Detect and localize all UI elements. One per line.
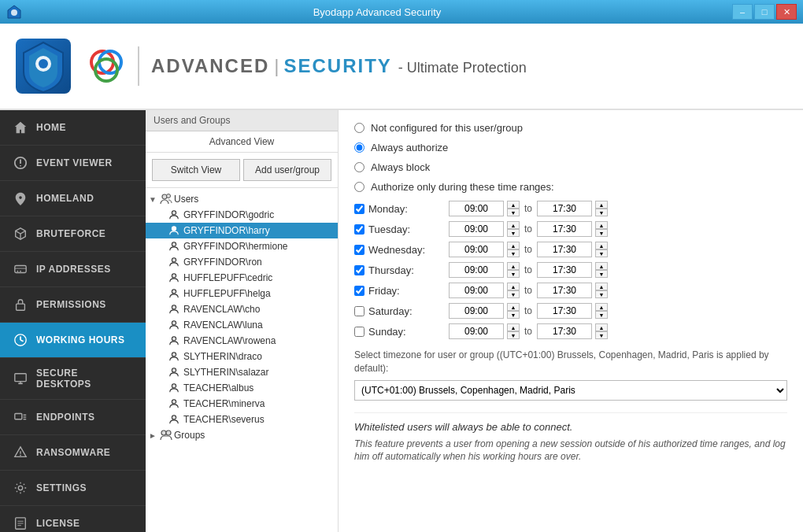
sidebar-item-settings[interactable]: SETTINGS [0,471,146,506]
time-from-down-thursday[interactable]: ▼ [507,270,520,278]
time-from-input-friday[interactable] [449,283,504,298]
day-checkbox-input-friday[interactable] [354,286,364,296]
sidebar-item-permissions[interactable]: PERMISSIONS [0,287,146,323]
radio-not-configured-label[interactable]: Not configured for this user/group [371,122,523,134]
tree-user-item[interactable]: HUFFLEPUFF\helga [146,286,338,301]
user-icon [168,366,180,379]
radio-always-authorize-input[interactable] [354,142,364,153]
switch-view-button[interactable]: Switch View [152,159,240,181]
time-to-input-sunday[interactable] [537,323,592,339]
tree-user-item[interactable]: TEACHER\severus [146,412,338,427]
time-from-input-tuesday[interactable] [449,221,504,237]
time-to-down-sunday[interactable]: ▼ [595,331,608,339]
tree-user-item[interactable]: RAVENCLAW\cho [146,301,338,317]
tree-user-item[interactable]: RAVENCLAW\rowena [146,333,338,349]
tree-user-label: GRYFFINDOR\ron [183,257,262,268]
time-from-input-saturday[interactable] [449,303,504,319]
time-to-up-thursday[interactable]: ▲ [595,262,608,270]
day-label-tuesday[interactable]: Tuesday: [368,224,439,235]
time-to-input-monday[interactable] [537,201,592,216]
sidebar-item-bruteforce[interactable]: BRUTEFORCE [0,216,146,252]
time-to-up-tuesday[interactable]: ▲ [595,221,608,229]
time-to-input-thursday[interactable] [537,262,592,278]
day-label-wednesday[interactable]: Wednesday: [368,244,439,256]
day-checkbox-input-monday[interactable] [354,204,364,214]
time-from-up-tuesday[interactable]: ▲ [507,221,520,229]
sidebar-item-ip-addresses[interactable]: IP ADDRESSES [0,252,146,287]
day-label-monday[interactable]: Monday: [368,203,439,215]
day-label-sunday[interactable]: Sunday: [368,326,439,338]
time-to-up-wednesday[interactable]: ▲ [595,242,608,249]
sidebar-item-event-viewer[interactable]: EVENT VIEWER [0,146,146,181]
sidebar-item-working-hours[interactable]: WORKING HOURS [0,323,146,358]
time-to-input-friday[interactable] [537,283,592,298]
tree-user-item[interactable]: GRYFFINDOR\godric [146,207,338,223]
time-from-down-friday[interactable]: ▼ [507,290,520,298]
time-from-up-thursday[interactable]: ▲ [507,262,520,270]
radio-time-ranges-label[interactable]: Authorize only during these time ranges: [371,181,554,193]
sidebar-item-ransomware[interactable]: RANSOMWARE [0,435,146,471]
minimize-button[interactable]: – [732,4,753,20]
day-checkbox-input-sunday[interactable] [354,327,364,337]
day-checkbox-input-saturday[interactable] [354,306,364,316]
day-checkbox-input-tuesday[interactable] [354,224,364,235]
tree-groups-root[interactable]: ► Groups [146,427,338,443]
day-label-saturday[interactable]: Saturday: [368,305,439,317]
time-from-input-thursday[interactable] [449,262,504,278]
time-to-down-monday[interactable]: ▼ [595,209,608,216]
sidebar-item-endpoints[interactable]: ENDPOINTS [0,400,146,435]
day-label-friday[interactable]: Friday: [368,285,439,297]
tree-user-item[interactable]: RAVENCLAW\luna [146,317,338,333]
day-checkbox-input-wednesday[interactable] [354,245,364,255]
time-to-up-sunday[interactable]: ▲ [595,323,608,331]
day-checkbox-input-thursday[interactable] [354,265,364,275]
tree-user-item[interactable]: TEACHER\minerva [146,396,338,412]
sidebar-item-secure-desktops[interactable]: SECURE DESKTOPS [0,358,146,400]
radio-not-configured-input[interactable] [354,123,364,133]
tree-user-item[interactable]: HUFFLEPUFF\cedric [146,270,338,286]
tree-user-item[interactable]: GRYFFINDOR\harry [146,223,338,238]
time-from-input-sunday[interactable] [449,323,504,339]
time-from-down-monday[interactable]: ▼ [507,209,520,216]
close-button[interactable]: ✕ [776,4,797,20]
time-from-up-saturday[interactable]: ▲ [507,303,520,311]
time-to-down-tuesday[interactable]: ▼ [595,229,608,237]
time-from-input-monday[interactable] [449,201,504,216]
time-to-down-saturday[interactable]: ▼ [595,311,608,319]
time-from-down-tuesday[interactable]: ▼ [507,229,520,237]
time-from-up-sunday[interactable]: ▲ [507,323,520,331]
maximize-button[interactable]: □ [754,4,775,20]
time-to-down-friday[interactable]: ▼ [595,290,608,298]
time-from-input-wednesday[interactable] [449,242,504,257]
radio-time-ranges-input[interactable] [354,182,364,192]
day-label-thursday[interactable]: Thursday: [368,264,439,276]
tree-users-root[interactable]: ▼ Users [146,191,338,207]
time-to-up-saturday[interactable]: ▲ [595,303,608,311]
time-to-input-wednesday[interactable] [537,242,592,257]
radio-always-block-label[interactable]: Always block [371,161,430,173]
time-to-up-monday[interactable]: ▲ [595,201,608,209]
time-to-input-tuesday[interactable] [537,221,592,237]
time-from-down-sunday[interactable]: ▼ [507,331,520,339]
time-from-up-monday[interactable]: ▲ [507,201,520,209]
tree-user-item[interactable]: TEACHER\albus [146,380,338,396]
time-from-down-saturday[interactable]: ▼ [507,311,520,319]
time-to-down-wednesday[interactable]: ▼ [595,249,608,257]
radio-always-authorize-label[interactable]: Always authorize [371,142,448,153]
tree-user-item[interactable]: SLYTHERIN\draco [146,349,338,364]
time-to-up-friday[interactable]: ▲ [595,283,608,290]
time-to-down-thursday[interactable]: ▼ [595,270,608,278]
sidebar-item-license[interactable]: LICENSE [0,506,146,532]
tree-user-item[interactable]: SLYTHERIN\salazar [146,364,338,380]
time-from-up-wednesday[interactable]: ▲ [507,242,520,249]
tree-user-item[interactable]: GRYFFINDOR\hermione [146,238,338,254]
tree-user-item[interactable]: GRYFFINDOR\ron [146,254,338,270]
timezone-select[interactable]: (UTC+01:00) Brussels, Copenhagen, Madrid… [354,380,787,401]
radio-always-block-input[interactable] [354,162,364,172]
time-from-down-wednesday[interactable]: ▼ [507,249,520,257]
add-user-button[interactable]: Add user/group [243,159,331,181]
sidebar-item-home[interactable]: HOME [0,110,146,146]
sidebar-item-homeland[interactable]: HOMELAND [0,181,146,216]
time-from-up-friday[interactable]: ▲ [507,283,520,290]
time-to-input-saturday[interactable] [537,303,592,319]
